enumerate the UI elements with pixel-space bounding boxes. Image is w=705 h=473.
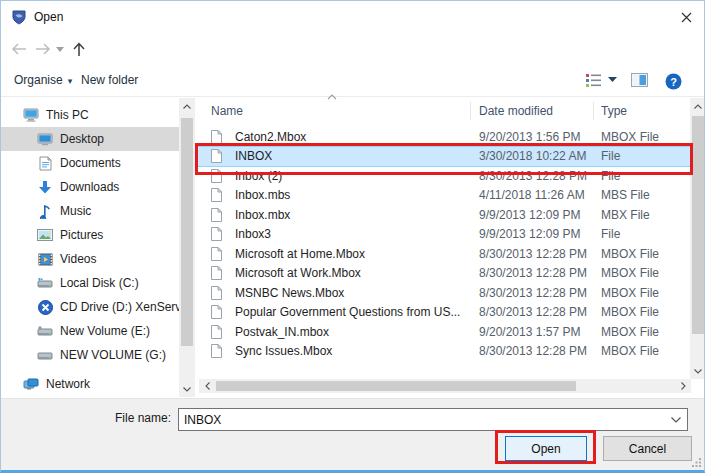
title-bar: Open <box>1 1 704 33</box>
file-name-label: File name: <box>1 411 171 425</box>
command-toolbar: Organise▾ New folder <box>1 65 704 97</box>
file-name-combo[interactable] <box>178 408 688 431</box>
sidebar-item-music[interactable]: Music <box>1 199 179 223</box>
file-date: 8/30/2013 12:28 PM <box>471 169 594 183</box>
change-view-icon[interactable] <box>586 73 602 87</box>
sidebar-item-label: Pictures <box>60 228 103 242</box>
file-list-vertical-scrollbar[interactable] <box>690 98 705 379</box>
organise-label: Organise <box>14 73 63 87</box>
file-icon <box>197 325 235 339</box>
file-name: INBOX <box>235 149 471 163</box>
file-date: 9/20/2013 1:56 PM <box>471 130 594 144</box>
dialog-footer: File name: Open Cancel <box>1 398 705 471</box>
new-folder-button[interactable]: New folder <box>81 73 138 87</box>
file-name: Microsoft at Home.Mbox <box>235 247 471 261</box>
up-icon[interactable] <box>69 40 89 58</box>
view-options-caret-icon[interactable] <box>608 77 617 82</box>
scroll-down-icon[interactable] <box>690 363 705 379</box>
sidebar-scrollbar[interactable] <box>179 98 195 397</box>
scroll-right-icon[interactable] <box>675 378 691 394</box>
cancel-button[interactable]: Cancel <box>603 436 692 461</box>
file-date: 3/30/2018 10:22 AM <box>471 149 594 163</box>
file-name: Sync Issues.Mbox <box>235 344 471 358</box>
file-row[interactable]: Popular Government Questions from US... … <box>197 303 690 323</box>
sidebar-item-label: Videos <box>60 252 96 266</box>
disk-icon <box>37 275 53 291</box>
sidebar-item-videos[interactable]: Videos <box>1 247 179 271</box>
preview-pane-icon[interactable] <box>631 73 648 87</box>
file-row[interactable]: Sync Issues.Mbox 8/30/2013 12:28 PM MBOX… <box>197 342 690 362</box>
new-folder-label: New folder <box>81 73 138 87</box>
resize-grip[interactable] <box>692 458 701 467</box>
recent-locations-chevron-icon[interactable] <box>53 40 67 58</box>
sidebar-item-cd-drive-d[interactable]: CD Drive (D:) XenServer <box>1 295 179 319</box>
close-icon[interactable] <box>674 6 698 28</box>
sidebar-item-network[interactable]: Network <box>1 372 179 396</box>
file-date: 8/30/2013 12:28 PM <box>471 286 594 300</box>
sidebar-item-documents[interactable]: Documents <box>1 151 179 175</box>
column-header-date-modified[interactable]: Date modified <box>471 102 594 120</box>
file-row[interactable]: Microsoft at Home.Mbox 8/30/2013 12:28 P… <box>197 244 690 264</box>
sidebar-item-downloads[interactable]: Downloads <box>1 175 179 199</box>
file-list-horizontal-scrollbar[interactable] <box>199 379 691 393</box>
open-button[interactable]: Open <box>505 436 587 461</box>
file-row[interactable]: Inbox.mbx 9/9/2013 12:09 PM MBX File <box>197 205 690 225</box>
file-icon <box>197 208 235 222</box>
file-type: MBOX File <box>594 325 690 339</box>
column-header-name[interactable]: Name <box>197 102 471 120</box>
scroll-down-icon[interactable] <box>179 381 195 397</box>
forward-icon[interactable] <box>33 40 53 58</box>
sidebar-item-label: CD Drive (D:) XenServer <box>60 300 179 314</box>
file-type: MBOX File <box>594 130 690 144</box>
file-row-selected[interactable]: INBOX 3/30/2018 10:22 AM File <box>197 147 690 167</box>
file-name: Inbox.mbx <box>235 208 471 222</box>
disk-icon <box>37 323 53 339</box>
sidebar-item-label: Local Disk (C:) <box>60 276 139 290</box>
scroll-up-icon[interactable] <box>690 98 705 114</box>
file-row[interactable]: MSNBC News.Mbox 8/30/2013 12:28 PM MBOX … <box>197 283 690 303</box>
file-date: 9/9/2013 12:09 PM <box>471 227 594 241</box>
sidebar-item-local-disk-c[interactable]: Local Disk (C:) <box>1 271 179 295</box>
sidebar-item-label: Documents <box>60 156 121 170</box>
file-row[interactable]: Inbox3 9/9/2013 12:09 PM File <box>197 225 690 245</box>
column-header-type[interactable]: Type <box>594 102 690 120</box>
file-date: 8/30/2013 12:28 PM <box>471 305 594 319</box>
file-name-dropdown-chevron-icon[interactable] <box>665 417 687 423</box>
disk-icon <box>37 347 53 363</box>
file-row[interactable]: Caton2.Mbox 9/20/2013 1:56 PM MBOX File <box>197 127 690 147</box>
file-name: Popular Government Questions from US... <box>235 305 471 319</box>
scrollbar-thumb[interactable] <box>181 118 193 346</box>
sidebar-item-new-volume-e[interactable]: New Volume (E:) <box>1 319 179 343</box>
navigation-sidebar: This PC Desktop Documents Downloads <box>1 97 179 398</box>
file-name-input[interactable] <box>179 413 665 427</box>
scroll-left-icon[interactable] <box>199 378 215 394</box>
scrollbar-thumb[interactable] <box>692 116 704 334</box>
dialog-content: This PC Desktop Documents Downloads <box>1 97 705 398</box>
file-row[interactable]: Inbox (2) 8/30/2013 12:28 PM File <box>197 166 690 186</box>
file-row[interactable]: Postvak_IN.mbox 9/20/2013 1:57 PM MBOX F… <box>197 322 690 342</box>
column-headers: Name Date modified Type <box>197 98 690 124</box>
scrollbar-thumb[interactable] <box>216 381 576 391</box>
file-icon <box>197 286 235 300</box>
file-type: MBS File <box>594 188 690 202</box>
file-date: 8/30/2013 12:28 PM <box>471 266 594 280</box>
file-row[interactable]: Microsoft at Work.Mbox 8/30/2013 12:28 P… <box>197 264 690 284</box>
file-name: MSNBC News.Mbox <box>235 286 471 300</box>
document-icon <box>37 155 53 171</box>
file-icon <box>197 149 235 163</box>
file-name: Microsoft at Work.Mbox <box>235 266 471 280</box>
sidebar-item-label: Music <box>60 204 91 218</box>
sidebar-item-desktop[interactable]: Desktop <box>1 127 179 151</box>
file-icon <box>197 305 235 319</box>
help-icon[interactable]: ? <box>665 73 682 90</box>
sidebar-item-new-volume-g[interactable]: NEW VOLUME (G:) <box>1 343 179 367</box>
sidebar-item-this-pc[interactable]: This PC <box>1 103 179 127</box>
organise-menu-button[interactable]: Organise▾ <box>14 73 72 87</box>
window-title: Open <box>34 10 63 24</box>
back-icon[interactable] <box>9 40 29 58</box>
file-row[interactable]: Inbox.mbs 4/11/2018 11:26 AM MBS File <box>197 186 690 206</box>
sidebar-item-label: NEW VOLUME (G:) <box>60 348 166 362</box>
sidebar-item-pictures[interactable]: Pictures <box>1 223 179 247</box>
file-name: Inbox (2) <box>235 169 471 183</box>
scroll-up-icon[interactable] <box>179 98 195 114</box>
